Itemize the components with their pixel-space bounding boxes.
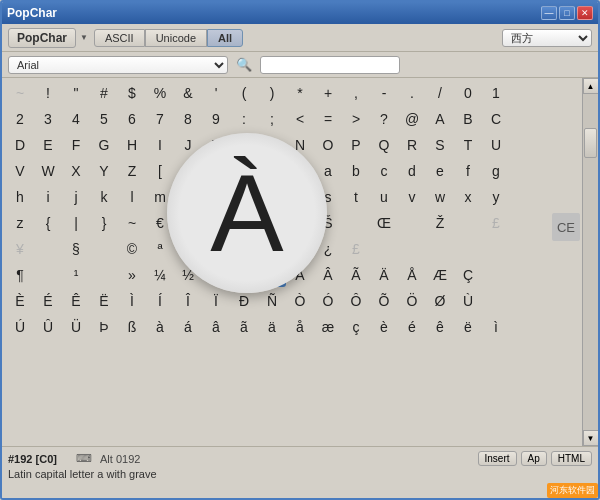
char-cell[interactable]: e bbox=[426, 159, 454, 183]
char-cell[interactable]: U bbox=[482, 133, 510, 157]
scroll-thumb[interactable] bbox=[584, 128, 597, 158]
char-cell[interactable]: B bbox=[454, 107, 482, 131]
unicode-filter-button[interactable]: Unicode bbox=[145, 29, 207, 47]
char-cell[interactable]: i bbox=[34, 185, 62, 209]
char-cell[interactable]: è bbox=[370, 315, 398, 339]
char-cell[interactable]: b bbox=[342, 159, 370, 183]
char-cell[interactable]: D bbox=[6, 133, 34, 157]
app-menu-button[interactable]: PopChar bbox=[8, 28, 76, 48]
char-cell[interactable]: S bbox=[426, 133, 454, 157]
char-cell[interactable]: 9 bbox=[202, 107, 230, 131]
char-cell[interactable]: Ö bbox=[398, 289, 426, 313]
char-cell[interactable]: ß bbox=[118, 315, 146, 339]
char-cell[interactable]: I bbox=[146, 133, 174, 157]
char-cell[interactable]: d bbox=[398, 159, 426, 183]
char-cell[interactable]: Q bbox=[370, 133, 398, 157]
ap-button[interactable]: Ap bbox=[521, 451, 547, 466]
char-cell[interactable]: Ô bbox=[342, 289, 370, 313]
char-cell[interactable]: $ bbox=[118, 81, 146, 105]
char-cell[interactable]: ' bbox=[202, 81, 230, 105]
char-cell[interactable]: é bbox=[398, 315, 426, 339]
char-cell[interactable]: Ù bbox=[454, 289, 482, 313]
char-cell[interactable]: Ú bbox=[6, 315, 34, 339]
char-cell[interactable]: Ü bbox=[62, 315, 90, 339]
region-select[interactable]: 西方 bbox=[502, 29, 592, 47]
char-cell[interactable]: } bbox=[90, 211, 118, 235]
char-cell[interactable]: Ž bbox=[426, 211, 454, 235]
char-cell[interactable]: Ê bbox=[62, 289, 90, 313]
char-cell[interactable]: ~ bbox=[6, 81, 34, 105]
char-cell[interactable]: 3 bbox=[34, 107, 62, 131]
char-cell[interactable] bbox=[90, 237, 118, 261]
char-cell[interactable]: & bbox=[174, 81, 202, 105]
char-cell[interactable]: . bbox=[398, 81, 426, 105]
char-cell[interactable]: ) bbox=[258, 81, 286, 105]
char-cell[interactable]: ë bbox=[454, 315, 482, 339]
char-cell[interactable]: ª bbox=[146, 237, 174, 261]
char-cell[interactable]: 7 bbox=[146, 107, 174, 131]
scroll-track[interactable] bbox=[583, 94, 598, 430]
maximize-button[interactable]: □ bbox=[559, 6, 575, 20]
search-input[interactable] bbox=[260, 56, 400, 74]
char-cell[interactable]: k bbox=[90, 185, 118, 209]
char-cell[interactable]: H bbox=[118, 133, 146, 157]
char-cell[interactable]: á bbox=[174, 315, 202, 339]
char-cell[interactable]: 8 bbox=[174, 107, 202, 131]
char-cell[interactable]: h bbox=[6, 185, 34, 209]
char-cell[interactable] bbox=[90, 263, 118, 287]
char-cell[interactable]: ç bbox=[342, 315, 370, 339]
char-cell[interactable]: Ò bbox=[286, 289, 314, 313]
char-cell[interactable]: ? bbox=[370, 107, 398, 131]
char-cell[interactable]: > bbox=[342, 107, 370, 131]
char-cell[interactable]: £ bbox=[482, 211, 510, 235]
char-cell[interactable]: # bbox=[90, 81, 118, 105]
char-cell[interactable]: 0 bbox=[454, 81, 482, 105]
char-cell[interactable]: ä bbox=[258, 315, 286, 339]
html-button[interactable]: HTML bbox=[551, 451, 592, 466]
all-filter-button[interactable]: All bbox=[207, 29, 243, 47]
scroll-up-arrow[interactable]: ▲ bbox=[583, 78, 599, 94]
char-cell[interactable]: Æ bbox=[426, 263, 454, 287]
char-cell[interactable]: å bbox=[286, 315, 314, 339]
char-cell[interactable]: C bbox=[482, 107, 510, 131]
char-cell[interactable]: Î bbox=[174, 289, 202, 313]
char-cell[interactable]: ( bbox=[230, 81, 258, 105]
char-cell[interactable]: V bbox=[6, 159, 34, 183]
font-select[interactable]: Arial bbox=[8, 56, 228, 74]
char-cell[interactable]: ¥ bbox=[6, 237, 34, 261]
char-cell[interactable]: É bbox=[34, 289, 62, 313]
char-cell[interactable]: , bbox=[342, 81, 370, 105]
char-cell[interactable]: - bbox=[370, 81, 398, 105]
char-cell[interactable]: ; bbox=[258, 107, 286, 131]
char-cell[interactable]: c bbox=[370, 159, 398, 183]
char-cell[interactable]: È bbox=[6, 289, 34, 313]
char-cell[interactable]: 2 bbox=[6, 107, 34, 131]
char-cell[interactable]: Â bbox=[314, 263, 342, 287]
char-cell[interactable]: ! bbox=[34, 81, 62, 105]
char-cell[interactable]: + bbox=[314, 81, 342, 105]
char-cell[interactable]: Œ bbox=[370, 211, 398, 235]
char-cell[interactable] bbox=[34, 263, 62, 287]
char-cell[interactable]: Ç bbox=[454, 263, 482, 287]
char-cell[interactable] bbox=[454, 211, 482, 235]
char-cell[interactable]: g bbox=[482, 159, 510, 183]
char-cell[interactable]: ¼ bbox=[146, 263, 174, 287]
char-cell[interactable]: à bbox=[146, 315, 174, 339]
char-cell[interactable]: w bbox=[426, 185, 454, 209]
char-cell[interactable]: ã bbox=[230, 315, 258, 339]
char-cell[interactable]: % bbox=[146, 81, 174, 105]
char-cell[interactable]: f bbox=[454, 159, 482, 183]
ascii-filter-button[interactable]: ASCII bbox=[94, 29, 145, 47]
char-cell[interactable]: = bbox=[314, 107, 342, 131]
char-cell[interactable]: O bbox=[314, 133, 342, 157]
char-cell[interactable]: j bbox=[62, 185, 90, 209]
char-cell[interactable]: x bbox=[454, 185, 482, 209]
char-cell[interactable]: R bbox=[398, 133, 426, 157]
char-cell[interactable]: Ä bbox=[370, 263, 398, 287]
char-cell[interactable]: u bbox=[370, 185, 398, 209]
char-cell[interactable]: £ bbox=[342, 237, 370, 261]
close-button[interactable]: ✕ bbox=[577, 6, 593, 20]
char-cell[interactable]: © bbox=[118, 237, 146, 261]
char-cell[interactable]: @ bbox=[398, 107, 426, 131]
scroll-down-arrow[interactable]: ▼ bbox=[583, 430, 599, 446]
